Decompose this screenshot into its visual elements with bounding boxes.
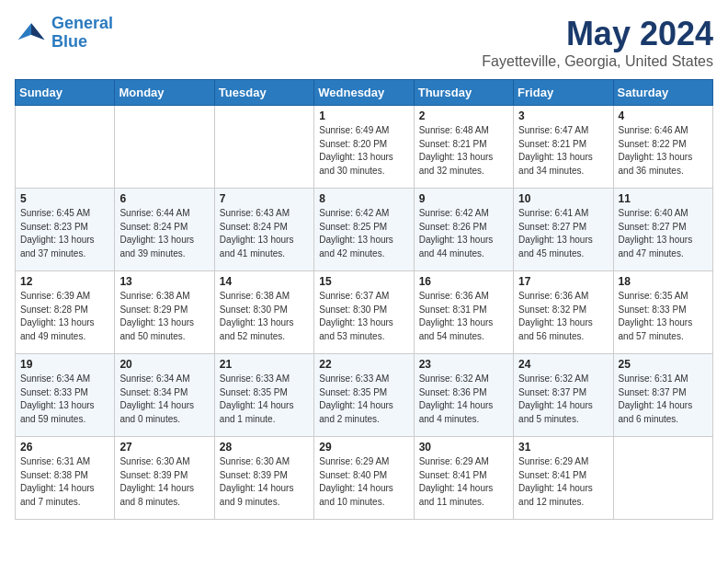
day-info: Sunrise: 6:47 AM Sunset: 8:21 PM Dayligh…	[518, 124, 608, 178]
col-header-sunday: Sunday	[16, 80, 115, 106]
calendar-cell	[16, 106, 115, 189]
day-info: Sunrise: 6:45 AM Sunset: 8:23 PM Dayligh…	[20, 207, 109, 260]
day-info: Sunrise: 6:31 AM Sunset: 8:37 PM Dayligh…	[619, 373, 708, 426]
calendar-cell: 21Sunrise: 6:33 AM Sunset: 8:35 PM Dayli…	[214, 354, 313, 437]
col-header-wednesday: Wednesday	[314, 80, 414, 106]
calendar-cell: 5Sunrise: 6:45 AM Sunset: 8:23 PM Daylig…	[16, 189, 115, 271]
calendar-cell: 18Sunrise: 6:35 AM Sunset: 8:33 PM Dayli…	[613, 271, 712, 354]
day-number: 8	[319, 192, 408, 205]
calendar-cell: 23Sunrise: 6:32 AM Sunset: 8:36 PM Dayli…	[414, 354, 513, 437]
day-info: Sunrise: 6:48 AM Sunset: 8:21 PM Dayligh…	[419, 124, 508, 178]
calendar-cell	[214, 106, 313, 189]
week-row-2: 5Sunrise: 6:45 AM Sunset: 8:23 PM Daylig…	[16, 189, 713, 271]
week-row-5: 26Sunrise: 6:31 AM Sunset: 8:38 PM Dayli…	[16, 437, 713, 520]
page-header: General Blue May 2024 Fayetteville, Geor…	[15, 15, 713, 70]
day-info: Sunrise: 6:41 AM Sunset: 8:27 PM Dayligh…	[518, 207, 608, 260]
day-info: Sunrise: 6:33 AM Sunset: 8:35 PM Dayligh…	[220, 373, 309, 426]
logo: General Blue	[15, 15, 113, 52]
day-info: Sunrise: 6:43 AM Sunset: 8:24 PM Dayligh…	[220, 207, 309, 260]
day-info: Sunrise: 6:31 AM Sunset: 8:38 PM Dayligh…	[20, 455, 109, 509]
calendar-cell: 17Sunrise: 6:36 AM Sunset: 8:32 PM Dayli…	[514, 271, 613, 354]
calendar-cell: 29Sunrise: 6:29 AM Sunset: 8:40 PM Dayli…	[314, 437, 414, 520]
col-header-friday: Friday	[514, 80, 613, 106]
col-header-saturday: Saturday	[613, 80, 712, 106]
week-row-1: 1Sunrise: 6:49 AM Sunset: 8:20 PM Daylig…	[16, 106, 713, 189]
calendar-cell: 16Sunrise: 6:36 AM Sunset: 8:31 PM Dayli…	[414, 271, 513, 354]
day-number: 2	[419, 109, 508, 122]
day-number: 17	[518, 275, 608, 288]
day-info: Sunrise: 6:34 AM Sunset: 8:33 PM Dayligh…	[20, 373, 109, 426]
calendar-cell: 26Sunrise: 6:31 AM Sunset: 8:38 PM Dayli…	[16, 437, 115, 520]
day-number: 21	[220, 358, 309, 371]
day-info: Sunrise: 6:30 AM Sunset: 8:39 PM Dayligh…	[220, 455, 309, 509]
day-number: 5	[20, 192, 109, 205]
calendar-cell: 24Sunrise: 6:32 AM Sunset: 8:37 PM Dayli…	[514, 354, 613, 437]
calendar-cell: 19Sunrise: 6:34 AM Sunset: 8:33 PM Dayli…	[16, 354, 115, 437]
day-number: 6	[119, 192, 209, 205]
day-info: Sunrise: 6:36 AM Sunset: 8:32 PM Dayligh…	[518, 290, 608, 343]
day-number: 25	[619, 358, 708, 371]
calendar-cell: 13Sunrise: 6:38 AM Sunset: 8:29 PM Dayli…	[115, 271, 214, 354]
day-number: 28	[220, 441, 309, 454]
col-header-tuesday: Tuesday	[214, 80, 313, 106]
day-number: 24	[518, 358, 608, 371]
day-info: Sunrise: 6:32 AM Sunset: 8:36 PM Dayligh…	[419, 373, 508, 426]
page-title: May 2024	[482, 15, 713, 53]
day-info: Sunrise: 6:40 AM Sunset: 8:27 PM Dayligh…	[619, 207, 708, 260]
logo-text: General Blue	[51, 15, 113, 52]
calendar-cell	[613, 437, 712, 520]
day-number: 7	[220, 192, 309, 205]
calendar-cell: 6Sunrise: 6:44 AM Sunset: 8:24 PM Daylig…	[115, 189, 214, 271]
title-block: May 2024 Fayetteville, Georgia, United S…	[482, 15, 713, 70]
calendar-cell: 15Sunrise: 6:37 AM Sunset: 8:30 PM Dayli…	[314, 271, 414, 354]
calendar-cell: 28Sunrise: 6:30 AM Sunset: 8:39 PM Dayli…	[214, 437, 313, 520]
day-info: Sunrise: 6:29 AM Sunset: 8:41 PM Dayligh…	[518, 455, 608, 509]
calendar-header-row: SundayMondayTuesdayWednesdayThursdayFrid…	[16, 80, 713, 106]
day-info: Sunrise: 6:38 AM Sunset: 8:29 PM Dayligh…	[119, 290, 209, 343]
calendar-cell: 22Sunrise: 6:33 AM Sunset: 8:35 PM Dayli…	[314, 354, 414, 437]
calendar-cell: 11Sunrise: 6:40 AM Sunset: 8:27 PM Dayli…	[613, 189, 712, 271]
day-number: 10	[518, 192, 608, 205]
calendar-cell: 8Sunrise: 6:42 AM Sunset: 8:25 PM Daylig…	[314, 189, 414, 271]
day-number: 18	[619, 275, 708, 288]
day-number: 22	[319, 358, 408, 371]
col-header-thursday: Thursday	[414, 80, 513, 106]
calendar-cell: 14Sunrise: 6:38 AM Sunset: 8:30 PM Dayli…	[214, 271, 313, 354]
calendar-cell	[115, 106, 214, 189]
day-number: 29	[319, 441, 408, 454]
day-info: Sunrise: 6:34 AM Sunset: 8:34 PM Dayligh…	[119, 373, 209, 426]
day-info: Sunrise: 6:42 AM Sunset: 8:25 PM Dayligh…	[319, 207, 408, 260]
day-info: Sunrise: 6:46 AM Sunset: 8:22 PM Dayligh…	[619, 124, 708, 178]
day-number: 16	[419, 275, 508, 288]
calendar-cell: 2Sunrise: 6:48 AM Sunset: 8:21 PM Daylig…	[414, 106, 513, 189]
calendar-cell: 20Sunrise: 6:34 AM Sunset: 8:34 PM Dayli…	[115, 354, 214, 437]
day-number: 11	[619, 192, 708, 205]
day-number: 31	[518, 441, 608, 454]
day-info: Sunrise: 6:29 AM Sunset: 8:40 PM Dayligh…	[319, 455, 408, 509]
week-row-4: 19Sunrise: 6:34 AM Sunset: 8:33 PM Dayli…	[16, 354, 713, 437]
calendar-cell: 3Sunrise: 6:47 AM Sunset: 8:21 PM Daylig…	[514, 106, 613, 189]
day-info: Sunrise: 6:42 AM Sunset: 8:26 PM Dayligh…	[419, 207, 508, 260]
week-row-3: 12Sunrise: 6:39 AM Sunset: 8:28 PM Dayli…	[16, 271, 713, 354]
logo-icon	[15, 17, 48, 50]
day-number: 13	[119, 275, 209, 288]
calendar-table: SundayMondayTuesdayWednesdayThursdayFrid…	[15, 79, 713, 520]
day-info: Sunrise: 6:44 AM Sunset: 8:24 PM Dayligh…	[119, 207, 209, 260]
day-info: Sunrise: 6:38 AM Sunset: 8:30 PM Dayligh…	[220, 290, 309, 343]
day-info: Sunrise: 6:35 AM Sunset: 8:33 PM Dayligh…	[619, 290, 708, 343]
day-number: 20	[119, 358, 209, 371]
calendar-cell: 1Sunrise: 6:49 AM Sunset: 8:20 PM Daylig…	[314, 106, 414, 189]
day-number: 9	[419, 192, 508, 205]
svg-marker-1	[31, 23, 44, 40]
calendar-cell: 9Sunrise: 6:42 AM Sunset: 8:26 PM Daylig…	[414, 189, 513, 271]
page-subtitle: Fayetteville, Georgia, United States	[482, 53, 713, 70]
day-number: 3	[518, 109, 608, 122]
calendar-cell: 7Sunrise: 6:43 AM Sunset: 8:24 PM Daylig…	[214, 189, 313, 271]
calendar-cell: 25Sunrise: 6:31 AM Sunset: 8:37 PM Dayli…	[613, 354, 712, 437]
day-number: 1	[319, 109, 408, 122]
day-number: 30	[419, 441, 508, 454]
calendar-cell: 10Sunrise: 6:41 AM Sunset: 8:27 PM Dayli…	[514, 189, 613, 271]
day-info: Sunrise: 6:33 AM Sunset: 8:35 PM Dayligh…	[319, 373, 408, 426]
calendar-cell: 12Sunrise: 6:39 AM Sunset: 8:28 PM Dayli…	[16, 271, 115, 354]
day-info: Sunrise: 6:49 AM Sunset: 8:20 PM Dayligh…	[319, 124, 408, 178]
